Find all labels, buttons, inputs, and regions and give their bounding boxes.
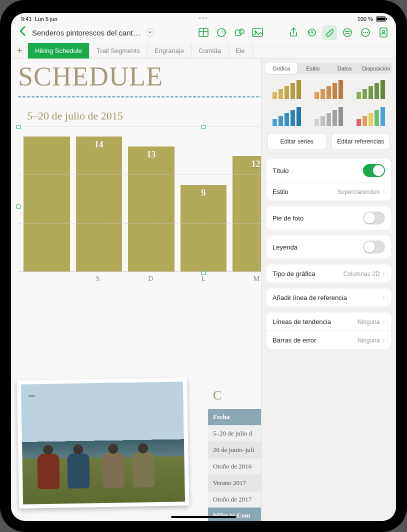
multitask-indicator[interactable]: ••• <box>199 15 208 22</box>
undo-icon <box>306 28 316 38</box>
organize-button[interactable] <box>340 25 355 40</box>
sheet-tab-0[interactable]: Hiking Schedule <box>28 43 90 58</box>
row-tipo[interactable]: Tipo de gráfica Columnas 2D› <box>266 264 391 282</box>
chart-style-swatch[interactable] <box>310 106 348 128</box>
chart-style-swatch[interactable] <box>268 106 306 128</box>
toggle-titulo[interactable] <box>363 164 385 177</box>
table-icon <box>198 28 208 37</box>
sheet-tab-4[interactable]: Ele <box>228 43 252 58</box>
bar-value-label: 14 <box>76 140 122 150</box>
svg-rect-4 <box>236 30 241 36</box>
row-trend[interactable]: Líneas de tendencia Ninguna› <box>266 312 391 330</box>
panel-tab-estilo[interactable]: Estilo <box>297 63 328 74</box>
status-date: Lun 5 jun <box>35 16 58 22</box>
photo-placeholder[interactable] <box>17 378 189 508</box>
document-title[interactable]: Senderos pintorescos del cantábrico <box>32 28 142 37</box>
chevron-right-icon: › <box>382 318 385 326</box>
row-value: Columnas 2D <box>344 270 380 278</box>
selection-handle[interactable] <box>202 271 206 275</box>
row-value: Ninguna <box>358 337 380 344</box>
photo-icon <box>252 28 263 37</box>
row-label: Barras de error <box>272 336 316 344</box>
app-toolbar: Senderos pintorescos del cantábrico <box>11 22 396 43</box>
row-leyenda[interactable]: Leyenda <box>266 236 391 258</box>
toggle-leyenda[interactable] <box>363 240 385 254</box>
insert-shape-button[interactable] <box>232 25 247 40</box>
x-tick-label: L <box>177 275 230 283</box>
history-button[interactable] <box>304 25 319 40</box>
chevron-right-icon: › <box>382 336 385 344</box>
chart-bar[interactable]: 9 <box>180 185 227 272</box>
svg-point-9 <box>344 28 352 36</box>
shape-icon <box>234 28 244 38</box>
chart-style-swatch[interactable] <box>268 79 306 101</box>
battery-icon <box>376 16 386 22</box>
chart-style-swatch[interactable] <box>352 79 389 101</box>
sheet-tab-3[interactable]: Comida <box>192 43 228 58</box>
format-brush-icon <box>324 28 334 38</box>
insert-media-button[interactable] <box>250 25 265 40</box>
chevron-left-icon <box>19 26 26 36</box>
panel-tab-datos[interactable]: Datos <box>329 63 360 74</box>
status-time: 9:41 <box>21 16 32 22</box>
title-dropdown[interactable] <box>146 28 154 36</box>
row-estilo[interactable]: Estilo Superclarendon› <box>266 182 391 200</box>
sheet-tab-2[interactable]: Engranaje <box>148 43 192 58</box>
chart-bar[interactable]: 13 <box>128 146 174 272</box>
row-pie[interactable]: Pie de foto <box>266 206 391 230</box>
add-sheet-button[interactable]: + <box>11 45 28 56</box>
chevron-right-icon: › <box>382 294 385 302</box>
svg-point-13 <box>363 32 364 33</box>
panel-tabs: Gráfica Estilo Datos Disposición <box>266 63 392 74</box>
insert-table-button[interactable] <box>196 25 211 40</box>
share-button[interactable] <box>286 25 301 40</box>
insert-chart-button[interactable] <box>214 25 229 40</box>
row-label: Pie de foto <box>272 214 304 222</box>
person-silhouette <box>132 452 154 488</box>
selection-handle[interactable] <box>16 125 20 129</box>
person-silhouette <box>37 454 60 490</box>
svg-point-5 <box>239 29 244 34</box>
table-heading: C <box>213 388 222 403</box>
format-panel: Gráfica Estilo Datos Disposición Editar … <box>261 59 396 521</box>
toggle-pie[interactable] <box>363 212 385 224</box>
row-refline[interactable]: Añadir línea de referencia › <box>266 288 391 306</box>
row-label: Leyenda <box>272 244 298 251</box>
chart-bar[interactable] <box>24 136 70 272</box>
panel-tab-grafica[interactable]: Gráfica <box>266 63 297 74</box>
person-silhouette <box>102 452 124 488</box>
row-label: Estilo <box>272 188 288 196</box>
edit-series-button[interactable]: Editar series <box>268 133 326 150</box>
collab-button[interactable] <box>376 25 391 40</box>
svg-point-17 <box>382 30 385 33</box>
row-error[interactable]: Barras de error Ninguna› <box>266 330 391 349</box>
svg-point-7 <box>254 30 256 32</box>
more-button[interactable] <box>358 25 373 40</box>
sheet-tabs: + Hiking Schedule Trail Segments Engrana… <box>11 43 396 59</box>
svg-point-15 <box>367 32 368 33</box>
chart-style-swatch[interactable] <box>310 79 348 101</box>
bar-value-label: 9 <box>180 188 227 198</box>
chevron-right-icon: › <box>382 188 385 196</box>
selection-handle[interactable] <box>16 204 20 208</box>
chevron-right-icon: › <box>382 270 385 278</box>
selection-handle[interactable] <box>202 125 206 129</box>
edit-refs-button[interactable]: Editar referencias <box>332 133 390 150</box>
canvas[interactable]: SCHEDULE 5–20 de julio de 2015 141391213… <box>11 59 396 521</box>
row-label: Añadir línea de referencia <box>272 294 347 302</box>
row-label: Líneas de tendencia <box>272 318 331 326</box>
row-label: Título <box>272 167 289 174</box>
battery-percent: 100 % <box>358 16 373 22</box>
chart-style-swatch[interactable] <box>352 106 389 128</box>
x-tick-label: D <box>124 275 177 283</box>
format-button[interactable] <box>322 25 337 40</box>
person-silhouette <box>67 453 90 488</box>
back-button[interactable] <box>16 26 29 39</box>
x-tick-label: S <box>72 275 124 283</box>
panel-tab-disposicion[interactable]: Disposición <box>360 63 392 74</box>
comment-icon <box>342 28 352 38</box>
row-titulo[interactable]: Título <box>266 159 391 182</box>
chart-bar[interactable]: 14 <box>76 136 122 272</box>
home-indicator[interactable] <box>171 516 236 518</box>
sheet-tab-1[interactable]: Trail Segments <box>90 43 148 58</box>
